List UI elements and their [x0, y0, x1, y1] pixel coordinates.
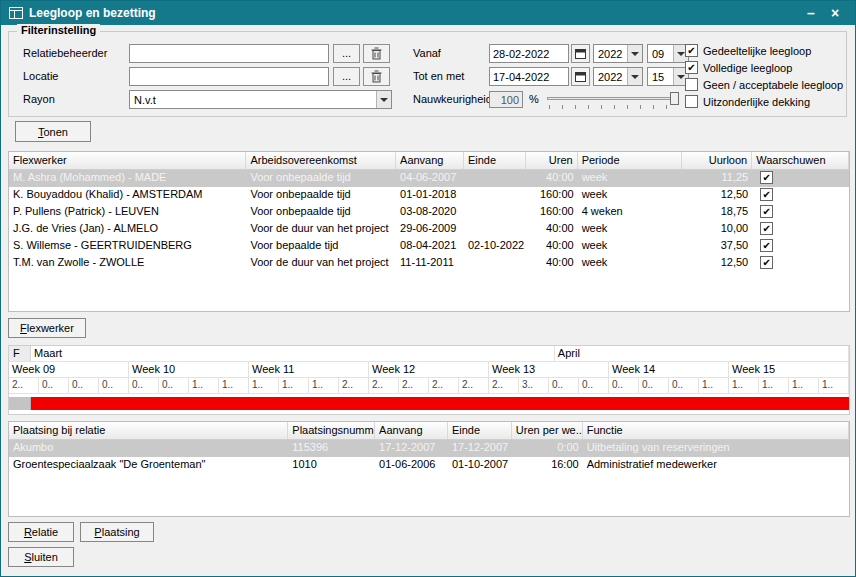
table-row[interactable]: P. Pullens (Patrick) - LEUVENVoor onbepa…	[9, 204, 849, 221]
chevron-down-icon[interactable]	[627, 45, 642, 62]
cell-waarschuwen: ✔	[752, 170, 849, 187]
checkbox-box[interactable]	[685, 78, 698, 91]
day-header: 1..	[249, 378, 279, 393]
cell: 17-12-2007	[448, 440, 512, 457]
vanaf-date-input[interactable]	[489, 44, 569, 63]
cell-waarschuwen: ✔	[752, 238, 849, 255]
column-header[interactable]: Uurloon	[682, 152, 752, 169]
slider-thumb[interactable]	[670, 92, 679, 105]
filter-checkbox-3[interactable]: Uitzonderlijke dekking	[685, 93, 845, 110]
filter-checkbox-1[interactable]: ✔Volledige leegloop	[685, 59, 845, 76]
relatiebeheerder-input[interactable]	[129, 44, 329, 63]
day-header: 0..	[639, 378, 669, 393]
column-header[interactable]: Einde	[448, 422, 512, 439]
cell	[464, 204, 526, 221]
minimize-button[interactable]: –	[799, 5, 823, 21]
nauwkeurigheid-slider[interactable]	[547, 90, 679, 109]
plaatsing-table-header: Plaatsing bij relatiePlaatsingsnummerAan…	[9, 422, 849, 440]
relatie-button[interactable]: Relatie	[8, 522, 74, 542]
cell: 29-06-2009	[396, 221, 464, 238]
waarschuwen-checkbox[interactable]: ✔	[760, 256, 773, 269]
day-header: 0..	[129, 378, 159, 393]
week-header: Week 15	[729, 362, 849, 377]
sluiten-button[interactable]: Sluiten	[8, 547, 74, 567]
cell: 03-08-2020	[396, 204, 464, 221]
waarschuwen-checkbox[interactable]: ✔	[760, 171, 773, 184]
vanaf-year-select[interactable]: 2022	[593, 44, 643, 63]
tot-year-select[interactable]: 2022	[593, 67, 643, 86]
flexwerker-button[interactable]: Flexwerker	[8, 318, 86, 338]
cell: 115396	[288, 440, 375, 457]
flexwerker-table-header: FlexwerkerArbeidsovereenkomstAanvangEind…	[9, 152, 849, 170]
plaatsing-button[interactable]: Plaatsing	[80, 522, 154, 542]
slider-track[interactable]	[547, 97, 679, 100]
cell	[464, 255, 526, 272]
column-header[interactable]: Plaatsingsnummer	[288, 422, 375, 439]
vanaf-year-value: 2022	[594, 48, 627, 60]
close-button[interactable]: ×	[823, 5, 847, 21]
nauwkeurigheid-label: Nauwkeurigheid	[413, 93, 492, 105]
relatiebeheerder-browse-button[interactable]: ...	[333, 44, 360, 63]
vanaf-calendar-button[interactable]	[571, 44, 590, 63]
chevron-down-icon[interactable]	[627, 68, 642, 85]
calendar-icon	[572, 48, 589, 59]
checkbox-label: Uitzonderlijke dekking	[703, 96, 810, 108]
cell: 11,25	[682, 170, 752, 187]
column-header[interactable]: Functie	[583, 422, 849, 439]
chevron-down-icon[interactable]	[376, 91, 391, 108]
column-header[interactable]: Waarschuwen	[752, 152, 849, 169]
cell: 18,75	[682, 204, 752, 221]
month-header: April	[555, 346, 849, 361]
table-row[interactable]: Akumbo11539617-12-200717-12-20070:00Uitb…	[9, 440, 849, 457]
table-row[interactable]: S. Willemse - GEERTRUIDENBERGVoor bepaal…	[9, 238, 849, 255]
tonen-button[interactable]: Tonen	[15, 121, 91, 142]
checkbox-box[interactable]: ✔	[685, 61, 698, 74]
cell-waarschuwen: ✔	[752, 221, 849, 238]
day-header: 0..	[579, 378, 609, 393]
column-header[interactable]: Einde	[464, 152, 526, 169]
checkbox-box[interactable]	[685, 95, 698, 108]
table-row[interactable]: M. Ashra (Mohammed) - MADEVoor onbepaald…	[9, 170, 849, 187]
locatie-input[interactable]	[129, 67, 329, 86]
waarschuwen-checkbox[interactable]: ✔	[760, 188, 773, 201]
checkbox-box[interactable]: ✔	[685, 44, 698, 57]
filter-checkbox-0[interactable]: ✔Gedeeltelijke leegloop	[685, 42, 845, 59]
locatie-browse-button[interactable]: ...	[333, 67, 360, 86]
waarschuwen-checkbox[interactable]: ✔	[760, 205, 773, 218]
table-row[interactable]: T.M. van Zwolle - ZWOLLEVoor de duur van…	[9, 255, 849, 272]
titlebar: Leegloop en bezetting – ×	[1, 1, 855, 25]
tot-week-select[interactable]: 15	[647, 67, 689, 86]
cell-waarschuwen: ✔	[752, 204, 849, 221]
relatiebeheerder-clear-button[interactable]	[363, 44, 390, 63]
column-header[interactable]: Aanvang	[375, 422, 448, 439]
cell: Voor bepaalde tijd	[246, 238, 396, 255]
column-header[interactable]: Uren per we...	[512, 422, 583, 439]
table-row[interactable]: J.G. de Vries (Jan) - ALMELOVoor de duur…	[9, 221, 849, 238]
day-header: 1..	[189, 378, 219, 393]
table-row[interactable]: K. Bouyaddou (Khalid) - AMSTERDAMVoor on…	[9, 187, 849, 204]
week-header: Week 14	[609, 362, 729, 377]
day-header: 1..	[759, 378, 789, 393]
rayon-select[interactable]: N.v.t	[129, 90, 392, 109]
waarschuwen-checkbox[interactable]: ✔	[760, 239, 773, 252]
column-header[interactable]: Periode	[578, 152, 683, 169]
day-header: 3..	[519, 378, 549, 393]
locatie-clear-button[interactable]	[363, 67, 390, 86]
tonen-button-label: Tonen	[16, 123, 90, 141]
column-header[interactable]: Arbeidsovereenkomst	[246, 152, 396, 169]
day-header: 1..	[699, 378, 729, 393]
tot-calendar-button[interactable]	[571, 67, 590, 86]
vanaf-week-select[interactable]: 09	[647, 44, 689, 63]
column-header[interactable]: Plaatsing bij relatie	[9, 422, 288, 439]
day-header: 2..	[369, 378, 399, 393]
column-header[interactable]: Aanvang	[396, 152, 464, 169]
waarschuwen-checkbox[interactable]: ✔	[760, 222, 773, 235]
day-header: 0..	[39, 378, 69, 393]
column-header[interactable]: Uren	[526, 152, 578, 169]
table-row[interactable]: Groentespeciaalzaak "De Groenteman"10100…	[9, 457, 849, 474]
cell: P. Pullens (Patrick) - LEUVEN	[9, 204, 246, 221]
tot-date-input[interactable]	[489, 67, 569, 86]
rayon-value: N.v.t	[130, 94, 376, 106]
column-header[interactable]: Flexwerker	[9, 152, 246, 169]
filter-checkbox-2[interactable]: Geen / acceptabele leegloop	[685, 76, 845, 93]
